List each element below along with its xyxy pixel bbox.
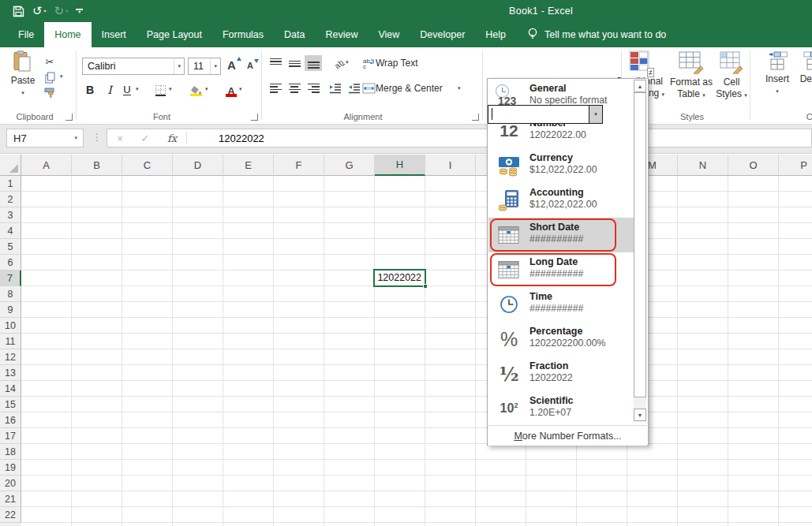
- cancel-icon[interactable]: ×: [107, 132, 133, 144]
- tab-review[interactable]: Review: [315, 22, 368, 47]
- copy-dropdown-arrow[interactable]: ▾: [60, 73, 63, 80]
- paste-button[interactable]: Paste ▾: [5, 50, 41, 99]
- column-header-P[interactable]: P: [779, 155, 812, 176]
- cell-styles-button[interactable]: Cell Styles ▾: [707, 50, 756, 101]
- row-header-10[interactable]: 10: [0, 318, 21, 334]
- row-header-1[interactable]: 1: [0, 176, 21, 192]
- row-header-15[interactable]: 15: [0, 397, 21, 412]
- format-option-accounting[interactable]: Accounting$12,022,022.00: [488, 183, 635, 218]
- name-box[interactable]: H7 ▾: [6, 129, 84, 147]
- wrap-text-icon[interactable]: abc: [360, 55, 377, 71]
- column-header-A[interactable]: A: [21, 155, 72, 176]
- cut-scissors-icon[interactable]: ✂: [41, 54, 58, 69]
- row-header-19[interactable]: 19: [0, 460, 21, 476]
- row-header-22[interactable]: 22: [0, 507, 21, 523]
- fill-color-icon[interactable]: [188, 82, 205, 98]
- align-top-icon[interactable]: [267, 55, 284, 71]
- row-header-16[interactable]: 16: [0, 412, 21, 428]
- column-header-N[interactable]: N: [678, 155, 728, 176]
- font-name-combo[interactable]: Calibri ▾: [82, 58, 185, 75]
- formula-bar-splitter[interactable]: ⋮: [92, 132, 102, 143]
- clipboard-dialog-launcher[interactable]: [65, 114, 73, 121]
- paste-dropdown-arrow[interactable]: ▾: [5, 87, 41, 99]
- number-format-input[interactable]: [488, 106, 589, 123]
- delete-cells-button[interactable]: Delete ▾: [795, 50, 812, 97]
- font-size-dropdown-arrow[interactable]: ▾: [210, 58, 220, 74]
- sheet-grid[interactable]: [21, 176, 812, 526]
- formula-value[interactable]: 12022022: [187, 132, 264, 144]
- format-option-currency[interactable]: Currency$12,022,022.00: [488, 148, 635, 183]
- row-header-20[interactable]: 20: [0, 476, 21, 491]
- insert-cells-button[interactable]: Insert ▾: [759, 50, 795, 97]
- align-center-icon[interactable]: [286, 80, 303, 96]
- row-header-6[interactable]: 6: [0, 255, 21, 270]
- italic-icon[interactable]: I: [101, 82, 118, 98]
- enter-check-icon[interactable]: ✓: [133, 132, 158, 144]
- align-bottom-icon[interactable]: [305, 55, 322, 71]
- column-header-H[interactable]: H: [375, 155, 425, 176]
- format-option-time[interactable]: Time##########: [488, 287, 635, 322]
- dropdown-scrollbar[interactable]: ▲ ▼: [634, 80, 646, 422]
- underline-icon[interactable]: U: [118, 82, 136, 98]
- font-size-combo[interactable]: 11 ▾: [188, 58, 221, 75]
- tab-file[interactable]: File: [8, 22, 44, 47]
- row-header-8[interactable]: 8: [0, 286, 21, 302]
- scroll-down-icon[interactable]: ▼: [634, 408, 646, 421]
- font-color-dropdown-arrow[interactable]: ▾: [239, 86, 242, 92]
- column-header-O[interactable]: O: [728, 155, 779, 176]
- row-header-18[interactable]: 18: [0, 444, 21, 460]
- row-header-21[interactable]: 21: [0, 491, 21, 507]
- row-header-12[interactable]: 12: [0, 349, 21, 365]
- underline-dropdown-arrow[interactable]: ▾: [136, 86, 139, 92]
- scroll-up-icon[interactable]: ▲: [634, 80, 646, 92]
- column-header-E[interactable]: E: [223, 155, 274, 176]
- format-option-scientific[interactable]: 102Scientific1.20E+07: [488, 391, 635, 426]
- orientation-dropdown-arrow[interactable]: ▾: [346, 59, 349, 65]
- wrap-text-label[interactable]: Wrap Text: [376, 58, 418, 69]
- tab-developer[interactable]: Developer: [410, 22, 475, 47]
- bold-icon[interactable]: B: [81, 82, 99, 98]
- alignment-dialog-launcher[interactable]: [472, 114, 479, 121]
- shrink-font-icon[interactable]: A: [247, 61, 253, 70]
- column-header-B[interactable]: B: [72, 155, 122, 176]
- format-option-long-date[interactable]: Long Date##########: [488, 252, 635, 287]
- tab-insert[interactable]: Insert: [92, 22, 137, 47]
- row-header-11[interactable]: 11: [0, 334, 21, 349]
- font-dialog-launcher[interactable]: [251, 114, 258, 121]
- copy-icon[interactable]: [41, 69, 58, 85]
- format-option-fraction[interactable]: ½Fraction12022022: [488, 356, 635, 391]
- redo-button[interactable]: ↻▾: [54, 3, 69, 19]
- row-header-4[interactable]: 4: [0, 223, 21, 239]
- grow-font-icon[interactable]: A: [227, 58, 236, 72]
- borders-icon[interactable]: [152, 82, 169, 98]
- row-header-7[interactable]: 7: [0, 270, 21, 286]
- borders-dropdown-arrow[interactable]: ▾: [169, 86, 172, 92]
- name-box-dropdown-arrow[interactable]: ▾: [74, 135, 83, 141]
- fill-color-dropdown-arrow[interactable]: ▾: [205, 86, 208, 92]
- decrease-indent-icon[interactable]: [327, 80, 344, 96]
- format-painter-icon[interactable]: [41, 85, 58, 101]
- column-header-I[interactable]: I: [425, 155, 476, 176]
- number-format-dropdown-arrow[interactable]: ▾: [589, 106, 602, 123]
- merge-center-icon[interactable]: [360, 80, 377, 96]
- select-all-corner[interactable]: [0, 155, 21, 176]
- row-header-3[interactable]: 3: [0, 207, 21, 223]
- tab-formulas[interactable]: Formulas: [212, 22, 274, 47]
- undo-button[interactable]: ↺▾: [32, 3, 47, 19]
- row-header-5[interactable]: 5: [0, 239, 21, 255]
- more-number-formats-link[interactable]: More Number Formats...: [488, 425, 647, 446]
- scrollbar-thumb[interactable]: [634, 92, 646, 397]
- tell-me-box[interactable]: Tell me what you want to do: [527, 22, 666, 47]
- column-header-C[interactable]: C: [122, 155, 173, 176]
- row-header-2[interactable]: 2: [0, 192, 21, 207]
- row-header-14[interactable]: 14: [0, 381, 21, 397]
- tab-data[interactable]: Data: [274, 22, 315, 47]
- font-name-dropdown-arrow[interactable]: ▾: [174, 58, 184, 74]
- number-format-combo[interactable]: ▾: [488, 105, 603, 124]
- merge-center-dropdown-arrow[interactable]: ▾: [458, 85, 461, 91]
- tab-home[interactable]: Home: [44, 22, 91, 47]
- row-header-17[interactable]: 17: [0, 428, 21, 444]
- save-icon[interactable]: [13, 6, 24, 17]
- column-header-D[interactable]: D: [173, 155, 223, 176]
- tab-page-layout[interactable]: Page Layout: [137, 22, 212, 47]
